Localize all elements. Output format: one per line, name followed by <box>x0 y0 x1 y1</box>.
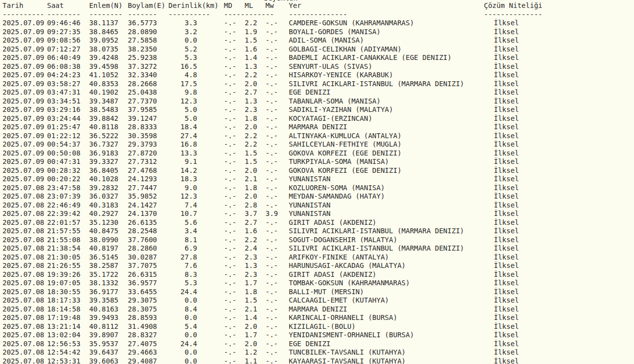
cell-time: 22:39:42 <box>47 209 80 218</box>
cell-solution-quality: İlksel <box>494 19 519 28</box>
table-row: 2025.07.08 13:21:14 40.8112 31.4908 5.4 … <box>0 322 634 331</box>
cell-longitude: 37.7075 <box>128 261 157 270</box>
cell-time: 00:28:32 <box>47 166 80 175</box>
cell-latitude: 36.0327 <box>89 192 118 201</box>
cell-date: 2025.07.09 <box>2 123 44 132</box>
cell-latitude: 36.8405 <box>89 166 118 175</box>
table-row: 2025.07.09 09:08:56 39.0952 27.5858 0.0 … <box>0 36 634 45</box>
cell-longitude: 27.5858 <box>128 36 157 45</box>
table-row: 2025.07.08 22:39:42 40.2927 24.1370 10.7… <box>0 209 634 218</box>
cell-depth: 9.8 <box>168 88 197 97</box>
cell-latitude: 39.0952 <box>89 36 118 45</box>
cell-solution-quality: İlksel <box>494 279 519 288</box>
table-row: 2025.07.08 22:46:49 40.3183 24.1427 7.4 … <box>0 201 634 210</box>
table-row: 2025.07.09 03:47:31 40.1902 25.0438 9.8 … <box>0 88 634 97</box>
cell-depth: 8.3 <box>168 270 197 279</box>
underline-enlem: -------- <box>89 10 122 19</box>
cell-ml: 2.1 <box>245 305 257 314</box>
cell-latitude: 39.3585 <box>89 296 118 305</box>
column-header-enlem: Enlem(N) <box>89 1 122 10</box>
cell-depth: 3.2 <box>168 28 197 37</box>
cell-longitude: 29.3793 <box>128 140 157 149</box>
cell-date: 2025.07.08 <box>2 236 44 245</box>
table-row: 2025.07.08 12:53:31 39.6063 29.4087 0.0 … <box>0 357 634 364</box>
table-row: 2025.07.09 01:25:47 40.8118 28.8333 18.4… <box>0 123 634 132</box>
cell-date: 2025.07.09 <box>2 80 44 89</box>
cell-place: HARUNUSAGI-AKCADAG (MALATYA) <box>289 261 406 270</box>
cell-ml: 2.7 <box>245 218 257 227</box>
cell-md: -.- <box>224 209 236 218</box>
cell-place: EGE DENIZI <box>289 340 330 349</box>
cell-date: 2025.07.08 <box>2 357 44 364</box>
cell-date: 2025.07.08 <box>2 331 44 340</box>
cell-longitude: 27.4075 <box>128 340 157 349</box>
cell-latitude: 36.5145 <box>89 253 118 262</box>
cell-solution-quality: İlksel <box>494 218 519 227</box>
table-row: 2025.07.08 18:30:55 36.9177 33.6455 24.4… <box>0 288 634 297</box>
cell-date: 2025.07.09 <box>2 62 44 71</box>
cell-depth: 9.0 <box>168 184 197 193</box>
cell-ml: 3.7 <box>245 209 257 218</box>
cell-depth: 0.0 <box>168 313 197 322</box>
cell-solution-quality: İlksel <box>494 132 519 141</box>
cell-date: 2025.07.08 <box>2 340 44 349</box>
cell-time: 22:01:57 <box>47 218 80 227</box>
cell-place: KOCYATAGI-(ERZINCAN) <box>289 114 372 123</box>
cell-longitude: 26.6135 <box>128 218 157 227</box>
cell-place: TABANLAR-SOMA (MANISA) <box>289 97 380 106</box>
underline-yer: -------------- <box>289 10 347 19</box>
cell-md: -.- <box>224 71 236 80</box>
cell-place: SAHILCEYLAN-FETHIYE (MUGLA) <box>289 140 402 149</box>
cell-solution-quality: İlksel <box>494 105 519 114</box>
cell-time: 01:25:47 <box>47 123 80 132</box>
cell-time: 09:27:35 <box>47 28 80 37</box>
cell-ml: 1.8 <box>245 184 257 193</box>
cell-place: BALLI-MUT (MERSIN) <box>289 288 364 297</box>
cell-mw: -.- <box>265 192 278 201</box>
cell-longitude: 37.7600 <box>128 236 157 245</box>
cell-latitude: 39.9493 <box>89 313 118 322</box>
cell-md: -.- <box>224 331 236 340</box>
cell-time: 13:02:04 <box>47 331 80 340</box>
cell-md: -.- <box>224 45 236 54</box>
cell-time: 21:26:55 <box>47 261 80 270</box>
cell-latitude: 40.8197 <box>89 244 118 253</box>
cell-mw: -.- <box>265 149 278 158</box>
cell-depth: 6.9 <box>168 244 197 253</box>
cell-md: -.- <box>224 36 236 45</box>
table-row: 2025.07.09 09:46:46 38.1137 36.5773 3.3 … <box>0 19 634 28</box>
cell-depth: 18.3 <box>168 175 197 184</box>
cell-solution-quality: İlksel <box>494 201 519 210</box>
cell-mw: -.- <box>265 270 278 279</box>
table-row: 2025.07.09 03:24:44 39.8842 39.1247 5.0 … <box>0 114 634 123</box>
cell-date: 2025.07.08 <box>2 288 44 297</box>
cell-latitude: 38.0735 <box>89 45 118 54</box>
cell-longitude: 28.0890 <box>128 28 157 37</box>
cell-md: -.- <box>224 140 236 149</box>
cell-place: MARMARA DENIZI <box>289 305 347 314</box>
cell-longitude: 28.2860 <box>128 244 157 253</box>
cell-time: 18:30:55 <box>47 288 80 297</box>
cell-place: CAMDERE-GOKSUN (KAHRAMANMARAS) <box>289 19 414 28</box>
cell-depth: 27.8 <box>168 253 197 262</box>
cell-mw: -.- <box>265 296 278 305</box>
cell-mw: -.- <box>265 184 278 193</box>
cell-solution-quality: İlksel <box>494 45 519 54</box>
cell-latitude: 39.3327 <box>89 157 118 166</box>
cell-longitude: 29.4087 <box>128 357 157 364</box>
cell-latitude: 36.7327 <box>89 140 118 149</box>
column-header-ml: ML <box>245 1 253 10</box>
cell-depth: 3.4 <box>168 227 197 236</box>
cell-latitude: 40.8475 <box>89 227 118 236</box>
cell-time: 09:08:56 <box>47 36 80 45</box>
cell-latitude: 38.1137 <box>89 19 118 28</box>
cell-date: 2025.07.08 <box>2 192 44 201</box>
cell-place: YENIDANISMENT-ORHANELI (BURSA) <box>289 331 414 340</box>
cell-latitude: 35.1230 <box>89 218 118 227</box>
cell-mw: -.- <box>265 140 278 149</box>
cell-mw: -.- <box>265 114 278 123</box>
table-row: 2025.07.08 21:30:05 36.5145 30.0287 27.8… <box>0 253 634 262</box>
cell-mw: -.- <box>265 357 278 364</box>
cell-time: 21:38:54 <box>47 244 80 253</box>
cell-ml: 1.1 <box>245 357 257 364</box>
